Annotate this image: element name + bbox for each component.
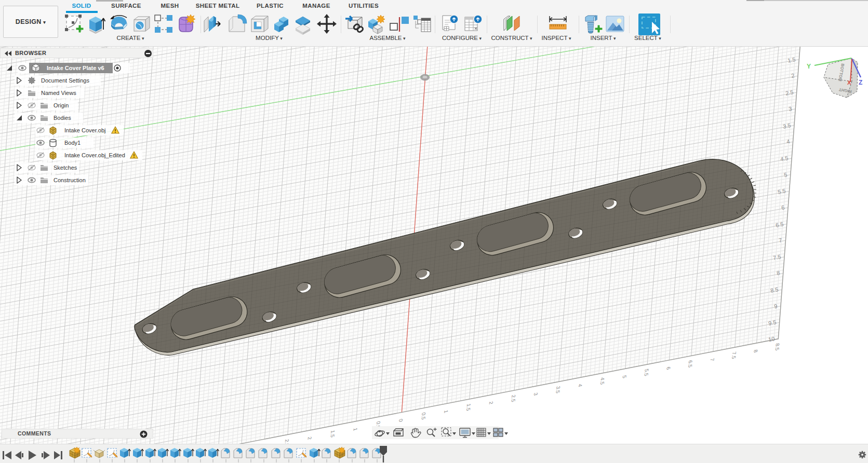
svg-text:5.5: 5.5 xyxy=(644,368,650,376)
svg-text:0.5: 0.5 xyxy=(421,412,427,420)
svg-text:6.5: 6.5 xyxy=(687,360,693,368)
svg-text:1.5: 1.5 xyxy=(465,403,472,411)
svg-text:X: X xyxy=(847,79,851,86)
svg-text:2.5: 2.5 xyxy=(511,394,517,403)
svg-text:7.5: 7.5 xyxy=(731,351,737,360)
svg-text:Z: Z xyxy=(859,79,862,86)
svg-text:4.5: 4.5 xyxy=(599,377,606,385)
svg-text:Y: Y xyxy=(807,63,811,70)
svg-text:8.5: 8.5 xyxy=(774,343,781,351)
svg-text:3.5: 3.5 xyxy=(555,386,561,394)
svg-text:10: 10 xyxy=(768,335,775,343)
svg-text:1.5: 1.5 xyxy=(330,430,336,438)
